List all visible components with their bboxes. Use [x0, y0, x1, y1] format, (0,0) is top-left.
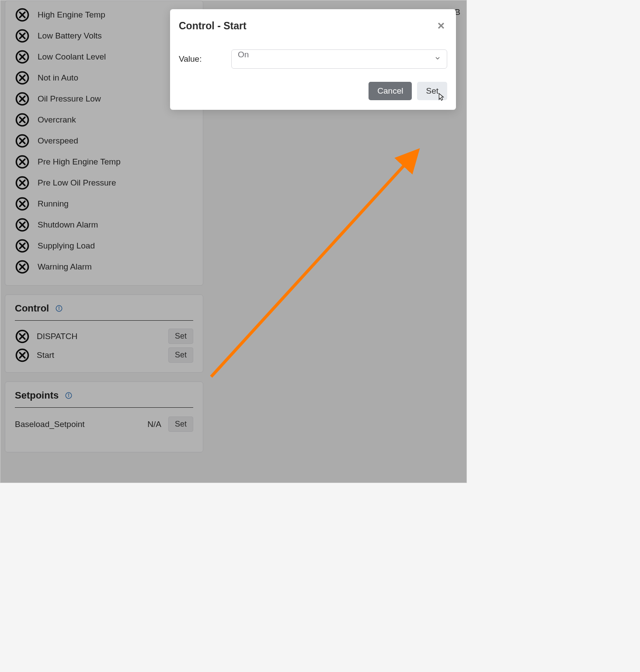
modal-title: Control - Start — [179, 20, 247, 32]
cancel-button-label: Cancel — [377, 86, 403, 95]
set-button-label: Set — [426, 86, 438, 95]
value-select[interactable]: On — [231, 49, 447, 69]
close-icon[interactable]: × — [438, 20, 445, 32]
control-start-modal: Control - Start × Value: On Cancel Set — [170, 9, 456, 110]
value-label: Value: — [179, 54, 218, 64]
cancel-button[interactable]: Cancel — [369, 82, 412, 100]
set-button[interactable]: Set — [417, 82, 447, 100]
value-select-text: On — [238, 50, 249, 59]
